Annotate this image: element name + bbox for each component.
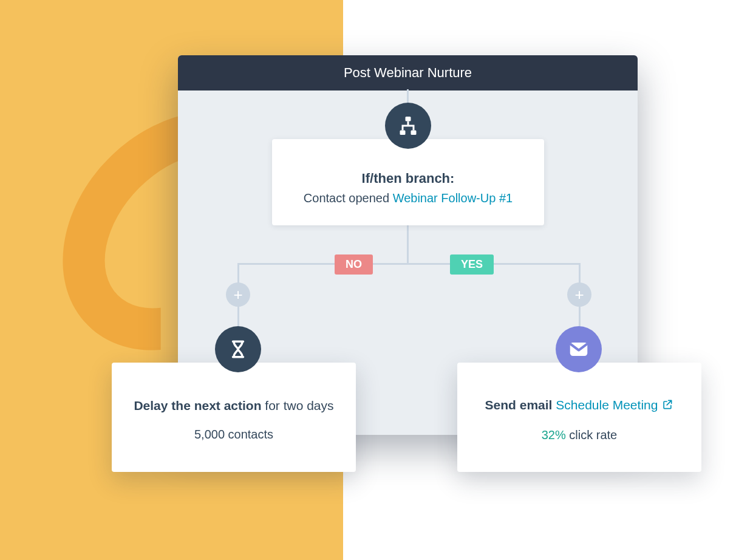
click-rate-label: click rate	[566, 428, 617, 442]
branch-icon	[385, 103, 431, 149]
no-badge: NO	[335, 254, 373, 275]
svg-rect-2	[411, 131, 416, 135]
panel-title: Post Webinar Nurture	[178, 55, 638, 90]
delay-action-title: Delay the next action for two days	[134, 398, 333, 413]
branch-desc-text: Contact opened	[304, 191, 393, 205]
branch-link[interactable]: Webinar Follow-Up #1	[393, 191, 513, 205]
send-email-link[interactable]: Schedule Meeting	[556, 398, 658, 412]
workflow-panel: Post Webinar Nurture If/then branch: Con…	[178, 55, 638, 435]
send-email-stat: 32% click rate	[542, 428, 618, 442]
hourglass-icon	[215, 326, 261, 372]
connector-line	[407, 225, 409, 264]
add-step-left-button[interactable]: +	[226, 282, 250, 307]
email-icon	[556, 326, 602, 372]
delay-rest: for two days	[262, 398, 334, 412]
send-email-bold: Send email	[485, 398, 556, 412]
send-email-card[interactable]: Send email Schedule Meeting 32% click ra…	[457, 363, 701, 472]
branch-title: If/then branch:	[362, 171, 455, 186]
branch-card: If/then branch: Contact opened Webinar F…	[272, 139, 544, 225]
send-email-title: Send email Schedule Meeting	[485, 398, 674, 414]
external-link-icon	[661, 398, 673, 414]
plus-icon: +	[233, 285, 242, 304]
svg-rect-0	[405, 117, 411, 121]
branch-description: Contact opened Webinar Follow-Up #1	[304, 191, 513, 205]
delay-bold: Delay the next action	[134, 398, 261, 412]
add-step-right-button[interactable]: +	[567, 282, 591, 307]
click-rate-value: 32%	[542, 428, 566, 442]
plus-icon: +	[574, 285, 584, 304]
svg-rect-1	[400, 131, 405, 135]
yes-badge: YES	[450, 254, 494, 275]
delay-action-card[interactable]: Delay the next action for two days 5,000…	[112, 363, 356, 472]
connector-line	[237, 263, 580, 265]
delay-stat: 5,000 contacts	[194, 428, 273, 442]
